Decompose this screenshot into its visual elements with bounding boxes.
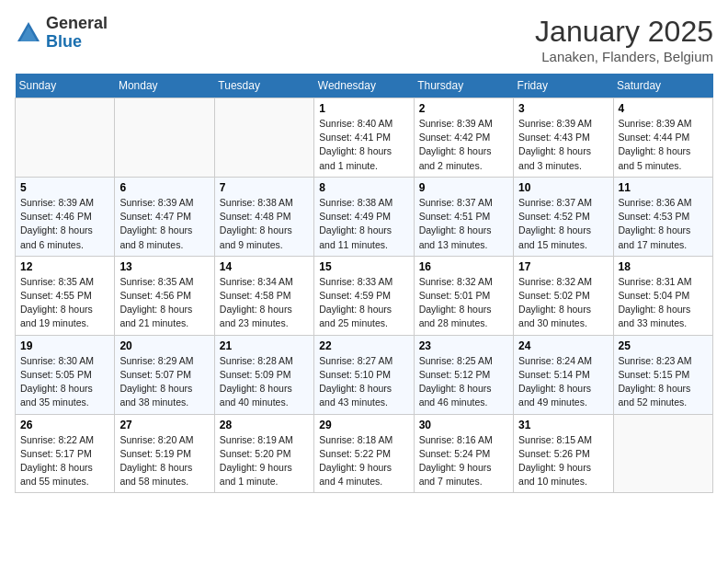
calendar-cell: 27Sunrise: 8:20 AM Sunset: 5:19 PM Dayli… xyxy=(115,414,214,493)
weekday-header: Tuesday xyxy=(214,74,313,98)
weekday-header: Monday xyxy=(115,74,214,98)
day-number: 14 xyxy=(220,260,309,273)
calendar-cell: 19Sunrise: 8:30 AM Sunset: 5:05 PM Dayli… xyxy=(16,335,115,414)
cell-content: Sunrise: 8:39 AM Sunset: 4:43 PM Dayligh… xyxy=(518,117,608,173)
weekday-header: Saturday xyxy=(613,74,712,98)
calendar-cell: 25Sunrise: 8:23 AM Sunset: 5:15 PM Dayli… xyxy=(613,335,712,414)
day-number: 9 xyxy=(419,181,508,194)
calendar-cell xyxy=(613,414,712,493)
weekday-header-row: SundayMondayTuesdayWednesdayThursdayFrid… xyxy=(16,74,713,98)
calendar-cell: 9Sunrise: 8:37 AM Sunset: 4:51 PM Daylig… xyxy=(414,177,513,256)
cell-content: Sunrise: 8:22 AM Sunset: 5:17 PM Dayligh… xyxy=(20,433,109,489)
cell-content: Sunrise: 8:32 AM Sunset: 5:01 PM Dayligh… xyxy=(419,275,508,331)
calendar-week-row: 1Sunrise: 8:40 AM Sunset: 4:41 PM Daylig… xyxy=(16,98,713,178)
day-number: 10 xyxy=(518,181,608,194)
cell-content: Sunrise: 8:19 AM Sunset: 5:20 PM Dayligh… xyxy=(220,433,309,489)
logo: General Blue xyxy=(15,15,108,52)
calendar-cell xyxy=(115,98,214,178)
cell-content: Sunrise: 8:39 AM Sunset: 4:44 PM Dayligh… xyxy=(619,117,708,173)
cell-content: Sunrise: 8:38 AM Sunset: 4:49 PM Dayligh… xyxy=(319,196,408,252)
day-number: 24 xyxy=(518,339,608,352)
day-number: 6 xyxy=(119,181,209,194)
calendar-week-row: 26Sunrise: 8:22 AM Sunset: 5:17 PM Dayli… xyxy=(16,414,713,493)
day-number: 5 xyxy=(20,181,109,194)
cell-content: Sunrise: 8:24 AM Sunset: 5:14 PM Dayligh… xyxy=(518,354,608,410)
weekday-header: Sunday xyxy=(16,74,115,98)
cell-content: Sunrise: 8:25 AM Sunset: 5:12 PM Dayligh… xyxy=(419,354,508,410)
calendar-cell: 24Sunrise: 8:24 AM Sunset: 5:14 PM Dayli… xyxy=(514,335,613,414)
day-number: 30 xyxy=(419,419,508,431)
day-number: 26 xyxy=(20,419,109,431)
calendar-cell: 21Sunrise: 8:28 AM Sunset: 5:09 PM Dayli… xyxy=(214,335,313,414)
logo-blue: Blue xyxy=(46,33,108,52)
calendar-cell: 11Sunrise: 8:36 AM Sunset: 4:53 PM Dayli… xyxy=(613,177,712,256)
day-number: 27 xyxy=(119,419,209,431)
cell-content: Sunrise: 8:35 AM Sunset: 4:56 PM Dayligh… xyxy=(119,275,209,331)
calendar-cell: 22Sunrise: 8:27 AM Sunset: 5:10 PM Dayli… xyxy=(314,335,414,414)
calendar-cell: 10Sunrise: 8:37 AM Sunset: 4:52 PM Dayli… xyxy=(514,177,613,256)
calendar-week-row: 12Sunrise: 8:35 AM Sunset: 4:55 PM Dayli… xyxy=(16,256,713,335)
cell-content: Sunrise: 8:39 AM Sunset: 4:42 PM Dayligh… xyxy=(419,117,508,173)
cell-content: Sunrise: 8:31 AM Sunset: 5:04 PM Dayligh… xyxy=(619,275,708,331)
calendar-week-row: 19Sunrise: 8:30 AM Sunset: 5:05 PM Dayli… xyxy=(16,335,713,414)
calendar-cell: 23Sunrise: 8:25 AM Sunset: 5:12 PM Dayli… xyxy=(414,335,513,414)
day-number: 20 xyxy=(119,339,209,352)
calendar-table: SundayMondayTuesdayWednesdayThursdayFrid… xyxy=(15,74,713,493)
calendar-cell: 13Sunrise: 8:35 AM Sunset: 4:56 PM Dayli… xyxy=(115,256,214,335)
month-title: January 2025 xyxy=(535,15,713,49)
cell-content: Sunrise: 8:35 AM Sunset: 4:55 PM Dayligh… xyxy=(20,275,109,331)
cell-content: Sunrise: 8:16 AM Sunset: 5:24 PM Dayligh… xyxy=(419,433,508,489)
weekday-header: Wednesday xyxy=(314,74,414,98)
day-number: 21 xyxy=(220,339,309,352)
calendar-cell: 4Sunrise: 8:39 AM Sunset: 4:44 PM Daylig… xyxy=(613,98,712,178)
day-number: 7 xyxy=(220,181,309,194)
cell-content: Sunrise: 8:29 AM Sunset: 5:07 PM Dayligh… xyxy=(119,354,209,410)
day-number: 12 xyxy=(20,260,109,273)
day-number: 19 xyxy=(20,339,109,352)
cell-content: Sunrise: 8:32 AM Sunset: 5:02 PM Dayligh… xyxy=(518,275,608,331)
cell-content: Sunrise: 8:28 AM Sunset: 5:09 PM Dayligh… xyxy=(220,354,309,410)
logo-general: General xyxy=(46,15,108,33)
day-number: 18 xyxy=(619,260,708,273)
cell-content: Sunrise: 8:39 AM Sunset: 4:47 PM Dayligh… xyxy=(119,196,209,252)
day-number: 17 xyxy=(518,260,608,273)
calendar-cell: 26Sunrise: 8:22 AM Sunset: 5:17 PM Dayli… xyxy=(16,414,115,493)
calendar-week-row: 5Sunrise: 8:39 AM Sunset: 4:46 PM Daylig… xyxy=(16,177,713,256)
cell-content: Sunrise: 8:30 AM Sunset: 5:05 PM Dayligh… xyxy=(20,354,109,410)
day-number: 28 xyxy=(220,419,309,431)
cell-content: Sunrise: 8:33 AM Sunset: 4:59 PM Dayligh… xyxy=(319,275,408,331)
calendar-cell: 15Sunrise: 8:33 AM Sunset: 4:59 PM Dayli… xyxy=(314,256,414,335)
cell-content: Sunrise: 8:18 AM Sunset: 5:22 PM Dayligh… xyxy=(319,433,408,489)
calendar-cell: 6Sunrise: 8:39 AM Sunset: 4:47 PM Daylig… xyxy=(115,177,214,256)
day-number: 15 xyxy=(319,260,408,273)
cell-content: Sunrise: 8:37 AM Sunset: 4:51 PM Dayligh… xyxy=(419,196,508,252)
calendar-cell: 12Sunrise: 8:35 AM Sunset: 4:55 PM Dayli… xyxy=(16,256,115,335)
cell-content: Sunrise: 8:36 AM Sunset: 4:53 PM Dayligh… xyxy=(619,196,708,252)
day-number: 1 xyxy=(319,102,408,115)
location: Lanaken, Flanders, Belgium xyxy=(535,49,713,64)
logo-text: General Blue xyxy=(46,15,108,52)
weekday-header: Thursday xyxy=(414,74,513,98)
calendar-cell: 3Sunrise: 8:39 AM Sunset: 4:43 PM Daylig… xyxy=(514,98,613,178)
calendar-cell: 29Sunrise: 8:18 AM Sunset: 5:22 PM Dayli… xyxy=(314,414,414,493)
day-number: 25 xyxy=(619,339,708,352)
calendar-cell: 28Sunrise: 8:19 AM Sunset: 5:20 PM Dayli… xyxy=(214,414,313,493)
logo-icon xyxy=(15,19,42,47)
day-number: 11 xyxy=(619,181,708,194)
cell-content: Sunrise: 8:34 AM Sunset: 4:58 PM Dayligh… xyxy=(220,275,309,331)
calendar-cell: 2Sunrise: 8:39 AM Sunset: 4:42 PM Daylig… xyxy=(414,98,513,178)
calendar-cell: 7Sunrise: 8:38 AM Sunset: 4:48 PM Daylig… xyxy=(214,177,313,256)
day-number: 4 xyxy=(619,102,708,115)
calendar-cell: 8Sunrise: 8:38 AM Sunset: 4:49 PM Daylig… xyxy=(314,177,414,256)
day-number: 13 xyxy=(119,260,209,273)
cell-content: Sunrise: 8:37 AM Sunset: 4:52 PM Dayligh… xyxy=(518,196,608,252)
day-number: 16 xyxy=(419,260,508,273)
cell-content: Sunrise: 8:23 AM Sunset: 5:15 PM Dayligh… xyxy=(619,354,708,410)
day-number: 31 xyxy=(518,419,608,431)
calendar-cell: 5Sunrise: 8:39 AM Sunset: 4:46 PM Daylig… xyxy=(16,177,115,256)
calendar-cell: 16Sunrise: 8:32 AM Sunset: 5:01 PM Dayli… xyxy=(414,256,513,335)
page-header: General Blue January 2025 Lanaken, Fland… xyxy=(15,15,713,64)
cell-content: Sunrise: 8:20 AM Sunset: 5:19 PM Dayligh… xyxy=(119,433,209,489)
weekday-header: Friday xyxy=(514,74,613,98)
day-number: 29 xyxy=(319,419,408,431)
